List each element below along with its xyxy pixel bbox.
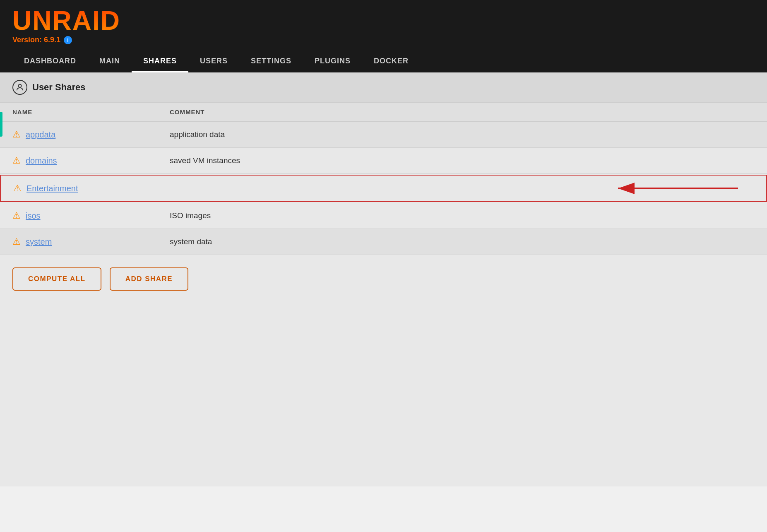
main-nav: DASHBOARD MAIN SHARES USERS SETTINGS PLU… <box>12 51 755 72</box>
warning-icon: ⚠ <box>13 183 22 194</box>
version-text: Version: 6.9.1 <box>12 36 60 44</box>
warning-icon: ⚠ <box>12 236 21 247</box>
section-title: User Shares <box>32 82 85 93</box>
name-cell: ⚠ appdata <box>12 129 170 140</box>
nav-plugins[interactable]: PLUGINS <box>303 51 362 72</box>
logo[interactable]: UNRAID <box>12 7 120 34</box>
table-row: ⚠ appdata application data <box>0 122 767 148</box>
comment-isos: ISO images <box>170 211 755 220</box>
version-row: Version: 6.9.1 i <box>12 36 755 44</box>
compute-all-button[interactable]: COMPUTE ALL <box>12 267 101 291</box>
col-header-comment: COMMENT <box>170 108 755 116</box>
name-cell: ⚠ domains <box>12 155 170 166</box>
warning-icon: ⚠ <box>12 155 21 166</box>
share-link-entertainment[interactable]: Entertainment <box>26 184 78 193</box>
share-link-domains[interactable]: domains <box>26 156 57 166</box>
table-header-row: NAME COMMENT <box>0 103 767 122</box>
info-icon[interactable]: i <box>64 36 72 44</box>
table-row: ⚠ isos ISO images <box>0 203 767 229</box>
nav-docker[interactable]: DOCKER <box>362 51 420 72</box>
name-cell: ⚠ isos <box>12 210 170 221</box>
comment-system: system data <box>170 237 755 246</box>
nav-main[interactable]: MAIN <box>88 51 132 72</box>
nav-shares[interactable]: SHARES <box>132 51 188 72</box>
nav-settings[interactable]: SETTINGS <box>239 51 303 72</box>
warning-icon: ⚠ <box>12 210 21 221</box>
svg-point-0 <box>18 84 21 87</box>
buttons-row: COMPUTE ALL ADD SHARE <box>0 255 767 303</box>
user-shares-icon <box>12 80 27 95</box>
table-row-highlighted: ⚠ Entertainment <box>0 175 767 202</box>
section-header: User Shares <box>0 72 767 103</box>
comment-domains: saved VM instances <box>170 156 755 165</box>
nav-users[interactable]: USERS <box>188 51 239 72</box>
warning-icon: ⚠ <box>12 129 21 140</box>
name-cell: ⚠ system <box>12 236 170 247</box>
entertainment-row-wrapper: ⚠ Entertainment <box>0 175 767 202</box>
content-area: User Shares NAME COMMENT ⚠ appdata appli… <box>0 72 767 486</box>
col-header-name: NAME <box>12 108 170 116</box>
share-link-isos[interactable]: isos <box>26 211 41 221</box>
name-cell: ⚠ Entertainment <box>13 183 171 194</box>
share-link-appdata[interactable]: appdata <box>26 130 55 140</box>
comment-appdata: application data <box>170 130 755 139</box>
nav-dashboard[interactable]: DASHBOARD <box>12 51 88 72</box>
sidebar-indicator <box>0 112 2 137</box>
shares-table: NAME COMMENT ⚠ appdata application data … <box>0 103 767 255</box>
table-row: ⚠ domains saved VM instances <box>0 148 767 174</box>
add-share-button[interactable]: ADD SHARE <box>110 267 189 291</box>
share-link-system[interactable]: system <box>26 237 52 247</box>
table-row: ⚠ system system data <box>0 229 767 255</box>
header: UNRAID Version: 6.9.1 i DASHBOARD MAIN S… <box>0 0 767 72</box>
